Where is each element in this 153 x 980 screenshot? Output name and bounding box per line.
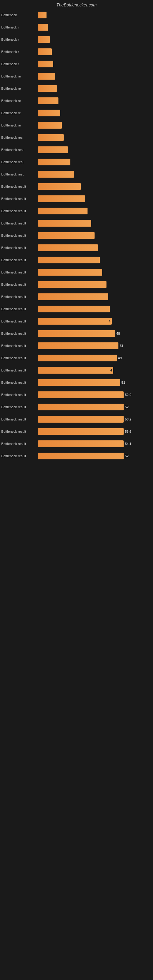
bar-value-inside: 4: [108, 320, 110, 323]
bar-row: Bottleneck result54.1: [0, 438, 153, 450]
bar-label: Bottleneck result: [1, 197, 38, 200]
bar-row: Bottleneck r: [0, 58, 153, 70]
bar-container: 4: [38, 367, 152, 374]
bar-row: Bottleneck result52.: [0, 401, 153, 413]
bar-container: 52.9: [38, 391, 152, 398]
bar-row: Bottleneck re: [0, 83, 153, 94]
bar-container: [38, 232, 152, 239]
bar: [38, 48, 52, 55]
bar-container: [38, 24, 152, 30]
bar: [38, 208, 88, 215]
bar-label: Bottleneck result: [1, 283, 38, 286]
bar-row: Bottleneck result: [0, 181, 153, 192]
bar-label: Bottleneck result: [1, 356, 38, 360]
bar-container: [38, 146, 152, 153]
bar: 4: [38, 367, 113, 374]
bar-container: 51: [38, 342, 152, 349]
bar-container: [38, 73, 152, 80]
bar-row: Bottleneck result: [0, 218, 153, 229]
bar-row: Bottleneck result53.6: [0, 426, 153, 438]
bar-row: Bottleneck r: [0, 46, 153, 57]
bar-row: Bottleneck result53.2: [0, 414, 153, 425]
bar: [38, 134, 64, 141]
bar-row: Bottleneck result48: [0, 328, 153, 339]
bar-container: 54.1: [38, 441, 152, 447]
bar-row: Bottleneck result4: [0, 315, 153, 327]
bar: [38, 355, 117, 361]
bar-label: Bottleneck result: [1, 430, 38, 433]
bar-row: Bottleneck result49: [0, 352, 153, 364]
bar: [38, 122, 62, 129]
bar-row: Bottleneck result: [0, 242, 153, 254]
bar-row: Bottleneck result: [0, 279, 153, 290]
bar-container: 53.2: [38, 416, 152, 423]
bar-container: [38, 48, 152, 55]
bar-row: Bottleneck result: [0, 254, 153, 266]
bar-label: Bottleneck resu: [1, 160, 38, 164]
chart-container: BottleneckBottleneck rBottleneck rBottle…: [0, 9, 153, 462]
bar-value-outside: 52.: [125, 454, 129, 458]
bar: [38, 416, 124, 423]
bar: [38, 293, 108, 300]
bar: [38, 97, 59, 104]
bar-container: [38, 269, 152, 275]
bar: [38, 305, 110, 312]
bar-label: Bottleneck result: [1, 332, 38, 335]
bar-label: Bottleneck result: [1, 209, 38, 213]
bar-label: Bottleneck result: [1, 234, 38, 237]
bar: [38, 196, 85, 202]
bar: [38, 85, 57, 92]
bar: [38, 441, 124, 447]
bar: [38, 110, 60, 116]
bar: 4: [38, 318, 112, 325]
bar-container: [38, 110, 152, 116]
bar: [38, 232, 94, 239]
bar-label: Bottleneck resu: [1, 148, 38, 151]
bar-value-outside: 53.6: [125, 430, 131, 433]
bar: [38, 73, 55, 80]
bar-label: Bottleneck r: [1, 50, 38, 54]
bar-container: [38, 12, 152, 18]
bar-label: Bottleneck re: [1, 111, 38, 115]
bar-value-outside: 49: [118, 356, 122, 360]
bar: [38, 269, 102, 275]
bar-container: 51: [38, 379, 152, 386]
bar-label: Bottleneck res: [1, 136, 38, 139]
bar: [38, 12, 46, 18]
bar-row: Bottleneck result4: [0, 364, 153, 376]
bar-container: 52.: [38, 404, 152, 410]
bar-row: Bottleneck result: [0, 205, 153, 217]
bar-container: [38, 122, 152, 129]
bar-label: Bottleneck result: [1, 246, 38, 250]
bar-row: Bottleneck re: [0, 95, 153, 107]
bar-container: [38, 257, 152, 263]
bar-row: Bottleneck result: [0, 230, 153, 241]
bar-row: Bottleneck r: [0, 21, 153, 33]
bar: [38, 281, 107, 288]
bar: [38, 379, 120, 386]
bar-container: 52.: [38, 453, 152, 460]
bar-row: Bottleneck resu: [0, 169, 153, 180]
bar-label: Bottleneck re: [1, 75, 38, 78]
bar-value-outside: 48: [116, 332, 120, 335]
bar-label: Bottleneck result: [1, 344, 38, 348]
bar: [38, 60, 53, 67]
bar-row: Bottleneck re: [0, 119, 153, 131]
bar-row: Bottleneck result: [0, 291, 153, 302]
bar-value-outside: 52.: [125, 405, 129, 409]
bar: [38, 428, 124, 435]
bar: [38, 453, 124, 460]
bar-label: Bottleneck re: [1, 99, 38, 103]
site-title: TheBottlenecker.com: [0, 0, 153, 9]
bar: [38, 24, 48, 30]
bar-label: Bottleneck result: [1, 295, 38, 299]
bar-label: Bottleneck resu: [1, 172, 38, 176]
bar-row: Bottleneck resu: [0, 144, 153, 156]
bar: [38, 342, 118, 349]
bar-label: Bottleneck result: [1, 417, 38, 421]
bar-value-outside: 52.9: [125, 393, 131, 396]
bar-row: Bottleneck re: [0, 70, 153, 82]
bar-container: [38, 85, 152, 92]
bar-label: Bottleneck r: [1, 62, 38, 66]
bar-container: [38, 183, 152, 190]
